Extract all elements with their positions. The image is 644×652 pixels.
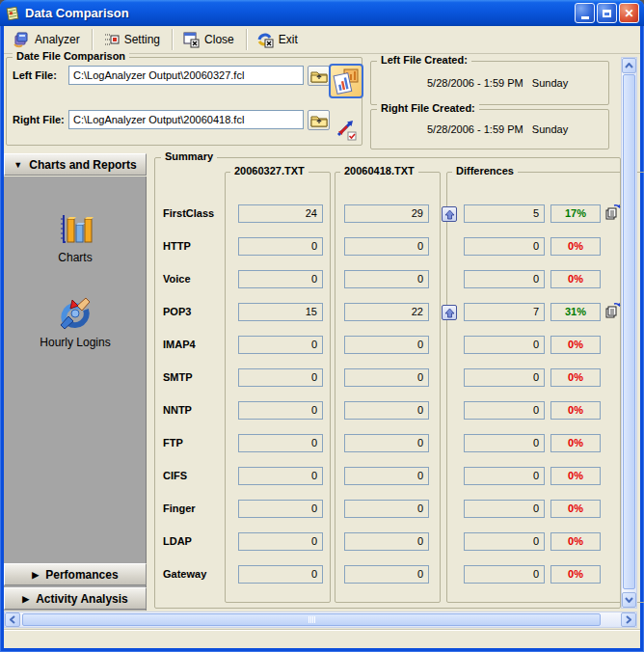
left-file-input[interactable] xyxy=(68,66,304,85)
difference-value: 0 xyxy=(464,270,545,288)
difference-percent: 0% xyxy=(550,401,601,420)
analyzer-toolbar-button[interactable]: Analyzer xyxy=(8,29,88,50)
status-bar xyxy=(4,630,640,647)
toolbar-separator xyxy=(246,29,248,50)
left-file-field-wrap xyxy=(68,66,304,85)
right-file-value: 29 xyxy=(344,204,429,223)
summary-group: Summary 20060327.TXT 20060418.TXT Differ… xyxy=(154,157,621,609)
difference-percent: 17% xyxy=(550,204,601,223)
right-file-value: 0 xyxy=(344,401,429,420)
difference-value: 7 xyxy=(464,303,545,321)
scroll-left-button[interactable] xyxy=(5,612,20,627)
horizontal-scrollbar[interactable] xyxy=(4,611,637,628)
right-file-value: 0 xyxy=(344,237,429,256)
vertical-scroll-thumb[interactable] xyxy=(623,74,635,589)
copy-report-icon[interactable] xyxy=(604,302,622,319)
summary-title: Summary xyxy=(161,150,217,162)
sidebar-section-label: Charts and Reports xyxy=(29,158,136,172)
difference-percent: 0% xyxy=(550,434,601,452)
scroll-down-button[interactable] xyxy=(622,592,636,608)
horizontal-scroll-thumb[interactable] xyxy=(22,613,601,626)
toolbar-button-label: Analyzer xyxy=(35,33,80,46)
right-file-created-title: Right File Created: xyxy=(377,102,479,114)
app-icon xyxy=(5,6,20,21)
difference-value: 0 xyxy=(464,401,545,420)
folder-open-icon xyxy=(310,114,328,127)
minimize-button[interactable] xyxy=(575,3,595,23)
date-file-comparison-title: Date File Comparison xyxy=(13,50,129,62)
increase-arrow-button[interactable] xyxy=(442,305,457,320)
sidebar-section-label: Perfomances xyxy=(45,568,118,582)
difference-percent: 0% xyxy=(550,336,601,354)
right-file-browse-button[interactable] xyxy=(308,110,330,130)
left-file-value: 0 xyxy=(238,467,323,485)
left-file-value: 0 xyxy=(238,434,323,452)
row-label-nntp: NNTP xyxy=(163,404,223,416)
setting-toolbar-button[interactable]: Setting xyxy=(97,29,168,50)
left-file-value: 0 xyxy=(238,237,323,256)
chevron-right-icon: ▶ xyxy=(22,594,29,604)
chevron-up-icon xyxy=(625,63,633,68)
right-file-value: 22 xyxy=(344,303,429,321)
sidebar-panel: Charts Hourly Logins xyxy=(4,177,147,611)
compare-button[interactable] xyxy=(329,64,363,98)
right-file-field-wrap xyxy=(68,110,304,129)
difference-value: 0 xyxy=(464,532,545,551)
difference-value: 0 xyxy=(464,368,545,387)
left-file-value: 0 xyxy=(238,368,323,387)
scroll-up-button[interactable] xyxy=(622,58,636,73)
row-label-imap4: IMAP4 xyxy=(163,339,223,350)
scroll-grip xyxy=(309,616,315,623)
closewin-icon xyxy=(182,31,200,48)
sidebar-section-activity-analysis[interactable]: ▶ Activity Analysis xyxy=(4,587,147,610)
date-file-comparison-group: Date File Comparison Left File: Right Fi… xyxy=(6,57,362,146)
row-label-voice: Voice xyxy=(163,273,223,285)
increase-arrow-button[interactable] xyxy=(442,206,457,222)
copy-report-icon[interactable] xyxy=(604,204,622,221)
right-file-created-group: Right File Created: 5/28/2006 - 1:59 PM … xyxy=(370,109,609,149)
left-file-value: 0 xyxy=(238,336,323,354)
right-file-input[interactable] xyxy=(68,110,304,129)
sidebar-section-charts-and-reports[interactable]: ▼ Charts and Reports xyxy=(4,153,147,176)
close-button[interactable]: ✕ xyxy=(619,3,639,23)
title-bar[interactable]: Data Comparison ✕ xyxy=(0,0,644,26)
maximize-icon xyxy=(603,10,611,17)
scroll-right-button[interactable] xyxy=(621,612,636,627)
sidebar-section-perfomances[interactable]: ▶ Perfomances xyxy=(4,563,147,585)
left-file-label: Left File: xyxy=(13,69,57,81)
up-arrow-icon xyxy=(444,308,455,318)
right-file-created-value: 5/28/2006 - 1:59 PM Sunday xyxy=(427,123,568,135)
right-file-value: 0 xyxy=(344,368,429,387)
column-header-right-file: 20060418.TXT xyxy=(340,165,418,177)
sidebar-item-hourly-logins[interactable]: Hourly Logins xyxy=(4,294,147,375)
difference-value: 0 xyxy=(464,434,545,452)
hourly-logins-icon xyxy=(55,294,95,333)
difference-percent: 0% xyxy=(550,532,601,551)
exit-icon xyxy=(256,31,274,48)
chevron-down-icon xyxy=(625,597,633,603)
difference-value: 0 xyxy=(464,237,545,256)
left-file-created-title: Left File Created: xyxy=(377,54,471,66)
left-file-browse-button[interactable] xyxy=(308,66,330,86)
difference-value: 0 xyxy=(464,565,545,584)
difference-value: 5 xyxy=(464,204,545,223)
window-title: Data Comparison xyxy=(25,6,573,20)
close-toolbar-button[interactable]: Close xyxy=(177,29,242,50)
right-file-value: 0 xyxy=(344,532,429,551)
row-label-ftp: FTP xyxy=(163,437,223,448)
sidebar-item-charts-label: Charts xyxy=(4,251,147,264)
maximize-button[interactable] xyxy=(597,3,617,23)
sidebar-item-charts[interactable]: Charts xyxy=(4,211,147,288)
up-arrow-icon xyxy=(444,209,455,220)
compare-chart-icon xyxy=(332,67,361,95)
left-file-created-group: Left File Created: 5/28/2006 - 1:59 PM S… xyxy=(370,61,609,105)
toolbar-button-label: Setting xyxy=(124,33,160,46)
exit-toolbar-button[interactable]: Exit xyxy=(252,29,306,50)
sidebar-item-hourly-logins-label: Hourly Logins xyxy=(4,336,147,349)
toolbar-separator xyxy=(172,29,174,50)
vertical-scrollbar[interactable] xyxy=(621,57,637,609)
right-file-value: 0 xyxy=(344,270,429,288)
row-label-pop3: POP3 xyxy=(163,306,223,317)
sync-arrows-icon[interactable] xyxy=(335,118,358,141)
toolbar-separator xyxy=(92,29,94,50)
